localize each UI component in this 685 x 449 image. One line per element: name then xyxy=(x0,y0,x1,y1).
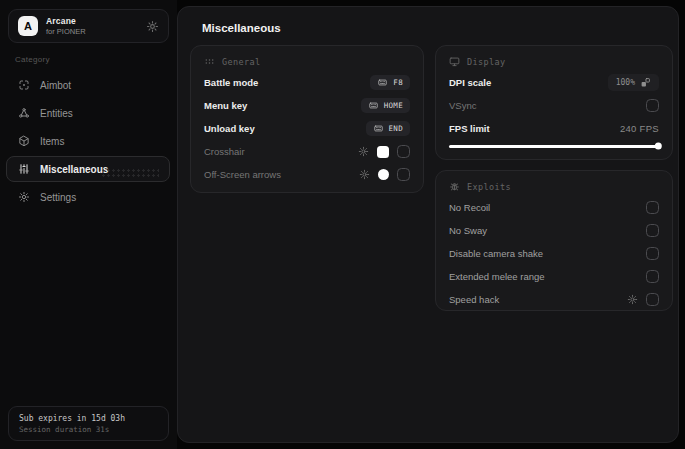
exploits-panel-header: Exploits xyxy=(449,180,659,193)
sub-expires-text: Sub expires in 15d 03h xyxy=(19,414,158,423)
exploit-row-extended-melee-range: Extended melee range xyxy=(449,265,659,288)
sidebar-item-settings[interactable]: Settings xyxy=(6,184,170,210)
setting-row-off-screen-arrows: Off-Screen arrows xyxy=(204,163,410,186)
grid-dots-icon xyxy=(204,56,215,67)
keybind-value: END xyxy=(389,124,403,133)
slider-rail xyxy=(449,145,659,148)
sidebar-item-label: Aimbot xyxy=(40,80,71,91)
keybind-button[interactable]: HOME xyxy=(361,98,410,113)
subscription-card: Sub expires in 15d 03h Session duration … xyxy=(8,406,169,441)
page-title: Miscellaneous xyxy=(202,22,281,34)
sidebar-item-label: Miscellaneous xyxy=(40,164,108,175)
vsync-label: VSync xyxy=(449,100,476,111)
display-panel: Display DPI scale 100% VSync FPS limit 2… xyxy=(435,45,673,160)
color-swatch[interactable] xyxy=(377,146,389,158)
exploit-row-no-recoil: No Recoil xyxy=(449,196,659,219)
setting-label: Battle mode xyxy=(204,77,258,88)
checkbox[interactable] xyxy=(646,201,659,214)
sidebar: A Arcane for PIONER Category Aimbot Enti… xyxy=(0,0,177,449)
exploit-label: No Sway xyxy=(449,225,487,236)
vsync-row: VSync xyxy=(449,94,659,117)
keybind-button[interactable]: F8 xyxy=(370,75,410,90)
dpi-scale-row: DPI scale 100% xyxy=(449,71,659,94)
gear-icon[interactable] xyxy=(627,294,638,305)
sidebar-item-label: Entities xyxy=(40,108,73,119)
fps-limit-row: FPS limit 240 FPS xyxy=(449,117,659,140)
scale-icon xyxy=(640,77,651,88)
miscellaneous-sliders-icon xyxy=(18,163,30,175)
exploit-label: Extended melee range xyxy=(449,271,545,282)
app-title-block: Arcane for PIONER xyxy=(46,16,86,37)
category-label: Category xyxy=(15,55,50,64)
items-box-icon xyxy=(18,135,30,147)
exploit-label: No Recoil xyxy=(449,202,490,213)
setting-row-unload-key: Unload key END xyxy=(204,117,410,140)
exploit-label: Speed hack xyxy=(449,294,499,305)
bug-icon xyxy=(449,181,460,192)
monitor-icon xyxy=(449,56,460,67)
display-panel-title: Display xyxy=(467,57,506,67)
app-subtitle: for PIONER xyxy=(46,27,86,36)
keybind-button[interactable]: END xyxy=(366,121,410,136)
sidebar-item-label: Settings xyxy=(40,192,76,203)
fps-slider-fill xyxy=(449,145,659,148)
session-duration-text: Session duration 31s xyxy=(19,425,158,434)
display-panel-header: Display xyxy=(449,55,659,68)
color-swatch[interactable] xyxy=(378,169,389,180)
setting-label: Off-Screen arrows xyxy=(204,169,281,180)
keyboard-icon xyxy=(377,78,388,87)
settings-gear-icon[interactable] xyxy=(146,20,159,33)
gear-icon[interactable] xyxy=(358,146,369,157)
sidebar-item-miscellaneous[interactable]: Miscellaneous xyxy=(6,156,170,182)
setting-row-menu-key: Menu key HOME xyxy=(204,94,410,117)
app-header-card: A Arcane for PIONER xyxy=(8,9,169,43)
fps-limit-label: FPS limit xyxy=(449,123,490,134)
sidebar-item-aimbot[interactable]: Aimbot xyxy=(6,72,170,98)
general-rows: Battle mode F8 Menu key xyxy=(204,71,410,186)
general-panel-header: General xyxy=(204,55,410,68)
fps-limit-slider[interactable] xyxy=(449,141,659,151)
vsync-checkbox[interactable] xyxy=(646,99,659,112)
general-panel-title: General xyxy=(222,57,261,67)
exploit-label: Disable camera shake xyxy=(449,248,543,259)
exploit-rows: No Recoil No Sway Disable camera s xyxy=(449,196,659,311)
setting-row-battle-mode: Battle mode F8 xyxy=(204,71,410,94)
exploit-row-disable-camera-shake: Disable camera shake xyxy=(449,242,659,265)
setting-label: Unload key xyxy=(204,123,255,134)
app-name: Arcane xyxy=(46,16,86,26)
checkbox[interactable] xyxy=(397,168,410,181)
app-logo: A xyxy=(18,16,38,36)
setting-label: Crosshair xyxy=(204,146,245,157)
slider-handle[interactable] xyxy=(655,143,662,150)
checkbox[interactable] xyxy=(646,247,659,260)
sidebar-nav: Aimbot Entities Items Miscellaneous xyxy=(0,72,177,212)
sidebar-item-items[interactable]: Items xyxy=(6,128,170,154)
keybind-value: HOME xyxy=(384,101,403,110)
keyboard-icon xyxy=(368,101,379,110)
setting-row-crosshair: Crosshair xyxy=(204,140,410,163)
checkbox[interactable] xyxy=(646,293,659,306)
dpi-scale-label: DPI scale xyxy=(449,77,491,88)
sidebar-item-entities[interactable]: Entities xyxy=(6,100,170,126)
keybind-value: F8 xyxy=(393,78,403,87)
fps-limit-value: 240 FPS xyxy=(620,123,659,134)
exploits-panel-title: Exploits xyxy=(467,182,511,192)
dpi-scale-select[interactable]: 100% xyxy=(608,74,659,91)
setting-label: Menu key xyxy=(204,100,247,111)
exploit-row-speed-hack: Speed hack xyxy=(449,288,659,311)
exploits-panel: Exploits No Recoil No Sway xyxy=(435,170,673,311)
general-panel: General Battle mode F8 xyxy=(190,45,424,193)
gear-icon[interactable] xyxy=(359,169,370,180)
dots-texture xyxy=(101,168,159,177)
exploit-row-no-sway: No Sway xyxy=(449,219,659,242)
main-content: Miscellaneous General Battle mode F8 xyxy=(177,6,679,443)
sidebar-item-label: Items xyxy=(40,136,64,147)
aimbot-scan-icon xyxy=(18,79,30,91)
settings-gear-icon xyxy=(18,191,30,203)
dpi-scale-value: 100% xyxy=(616,78,635,87)
checkbox[interactable] xyxy=(646,224,659,237)
checkbox[interactable] xyxy=(646,270,659,283)
keyboard-icon xyxy=(373,124,384,133)
checkbox[interactable] xyxy=(397,145,410,158)
entities-icon xyxy=(18,107,30,119)
